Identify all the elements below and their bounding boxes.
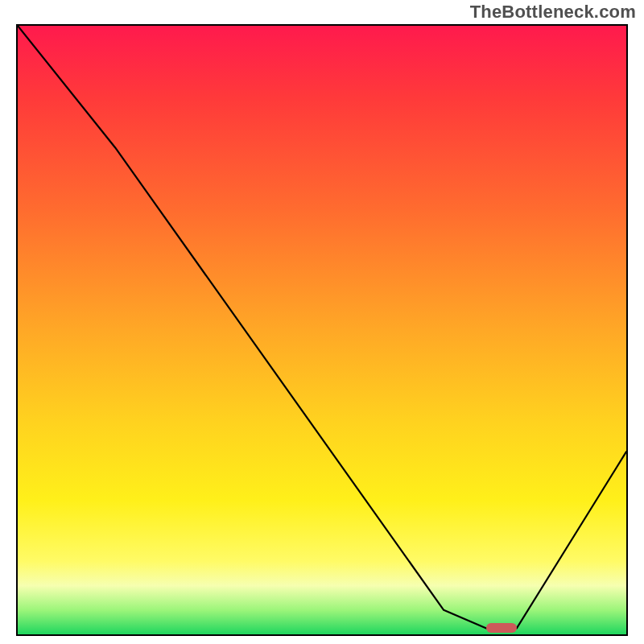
watermark-label: TheBottleneck.com	[470, 2, 636, 23]
curve-path	[18, 26, 626, 628]
plot-area	[16, 24, 628, 636]
chart-container: TheBottleneck.com	[0, 0, 644, 644]
optimal-range-marker	[486, 623, 517, 633]
bottleneck-curve	[18, 26, 626, 634]
